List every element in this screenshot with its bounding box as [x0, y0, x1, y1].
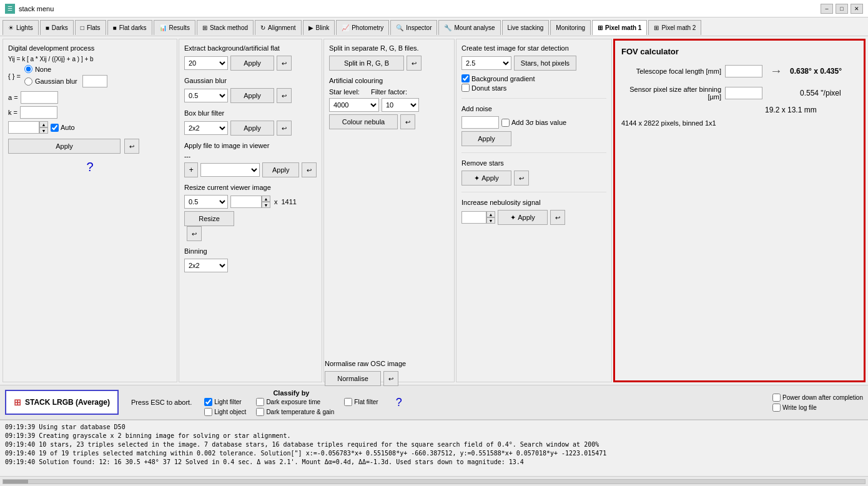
apply-file-apply[interactable]: Apply	[262, 162, 299, 177]
normalise-undo[interactable]: ↩	[383, 371, 398, 385]
none-radio[interactable]	[24, 65, 32, 73]
filter-factor-select[interactable]: 10	[382, 98, 419, 112]
write-log-checkbox[interactable]	[772, 404, 781, 412]
action-help[interactable]: ?	[396, 396, 402, 409]
dark-temp-label[interactable]: Dark temperature & gain	[256, 408, 334, 416]
tab-pixelmath2[interactable]: ⊞ Pixel math 2	[648, 20, 701, 35]
extract-bg-undo[interactable]: ↩	[277, 56, 292, 71]
neb-input[interactable]: 3	[461, 211, 486, 224]
binning-select[interactable]: 2x2	[184, 259, 228, 272]
fov-arrow: →	[770, 64, 782, 78]
gaussian-blur-select[interactable]: 0.5	[184, 89, 228, 102]
flat-filter-label[interactable]: Flat filter	[344, 398, 378, 406]
bg-gradient-checkbox[interactable]	[461, 74, 470, 82]
colour-selects-row: 4000 10	[329, 98, 449, 112]
neb-undo[interactable]: ↩	[550, 210, 565, 225]
power-down-checkbox[interactable]	[772, 394, 781, 402]
tab-stackmethod[interactable]: ⊞ Stack method	[197, 20, 254, 35]
resize-button[interactable]: Resize	[184, 211, 234, 226]
tab-pixelmath1[interactable]: ⊞ Pixel math 1	[592, 20, 647, 35]
tab-results[interactable]: 📊 Results	[154, 20, 195, 35]
tab-monitoring[interactable]: Monitoring	[550, 20, 591, 35]
remove-stars-undo[interactable]: ↩	[514, 171, 529, 186]
digital-dev-undo-button[interactable]: ↩	[124, 139, 139, 154]
fov-focal-input[interactable]: 1723	[725, 65, 762, 77]
fov-sensor-input[interactable]: 4.63	[725, 87, 762, 99]
light-filter-label[interactable]: Light filter	[204, 398, 246, 406]
box-blur-select[interactable]: 2x2	[184, 121, 228, 135]
light-object-checkbox[interactable]	[204, 408, 212, 416]
help-question[interactable]: ?	[8, 160, 172, 174]
increase-neb-apply[interactable]: ✦ Apply	[498, 210, 548, 225]
write-log-label[interactable]: Write log file	[772, 404, 863, 412]
tab-lights[interactable]: ☀ Lights	[2, 20, 39, 35]
tab-darks[interactable]: ■ Darks	[40, 20, 74, 35]
tab-flats[interactable]: □ Flats	[75, 20, 106, 35]
normalise-button[interactable]: Normalise	[325, 371, 381, 385]
tab-livestacking[interactable]: Live stacking	[502, 20, 550, 35]
flat-filter-checkbox[interactable]	[344, 398, 352, 406]
tab-photometry[interactable]: 📈 Photometry	[336, 20, 389, 35]
auto-checkbox[interactable]	[51, 124, 59, 132]
resize-input[interactable]: 2,072	[230, 196, 262, 208]
neb-spin-down[interactable]: ▼	[486, 217, 495, 224]
maximize-button[interactable]: □	[836, 4, 848, 14]
stack-button[interactable]: ⊞ STACK LRGB (Average)	[5, 390, 119, 415]
k-value-input[interactable]: 5	[20, 106, 57, 119]
box-blur-title: Box blur filter	[184, 109, 317, 117]
spin-up[interactable]: ▲	[39, 121, 48, 127]
apply-file-undo[interactable]: ↩	[302, 162, 317, 177]
gaussian-radio-label[interactable]: Gaussian blur 0.7	[24, 75, 107, 87]
gaussian-radio[interactable]	[24, 77, 32, 86]
extract-bg-select[interactable]: 20	[184, 56, 228, 70]
tab-blink[interactable]: ▶ Blink	[303, 20, 335, 35]
close-button[interactable]: ✕	[851, 4, 863, 14]
add-bias-label[interactable]: Add 3σ bias value	[501, 119, 566, 127]
auto-check-label[interactable]: Auto	[51, 124, 75, 132]
neb-spin-up[interactable]: ▲	[486, 211, 495, 217]
gaussian-value-input[interactable]: 0.7	[82, 75, 107, 87]
digital-dev-apply-button[interactable]: Apply	[8, 139, 121, 154]
spin-down[interactable]: ▼	[39, 127, 48, 134]
split-rgb-button[interactable]: Split in R, G, B	[329, 56, 404, 71]
donut-checkbox[interactable]	[461, 84, 470, 92]
increase-neb-title: Increase nebulosity signal	[461, 199, 606, 206]
dark-exposure-checkbox[interactable]	[256, 398, 264, 406]
colour-nebula-button[interactable]: Colour nebula	[329, 114, 398, 129]
add-noise-apply[interactable]: Apply	[461, 131, 511, 146]
scroll-track[interactable]	[2, 479, 866, 484]
tab-alignment[interactable]: ↻ Alignment	[255, 20, 301, 35]
extract-bg-apply[interactable]: Apply	[230, 56, 274, 71]
scroll-thumb[interactable]	[3, 480, 28, 484]
box-blur-apply[interactable]: Apply	[230, 121, 274, 136]
power-down-label[interactable]: Power down after completion	[772, 394, 863, 402]
apply-file-select[interactable]	[200, 163, 260, 177]
dark-exposure-label[interactable]: Dark exposure time	[256, 398, 334, 406]
gaussian-blur-apply[interactable]: Apply	[230, 88, 274, 103]
light-filter-checkbox[interactable]	[204, 398, 212, 406]
light-object-label[interactable]: Light object	[204, 408, 246, 416]
noise-input[interactable]: 0	[461, 116, 499, 129]
resize-select[interactable]: 0.5	[184, 195, 228, 209]
star-level-select[interactable]: 4000	[329, 98, 379, 112]
resize-spin-down[interactable]: ▼	[262, 202, 270, 208]
colour-nebula-undo[interactable]: ↩	[400, 114, 415, 129]
minimize-button[interactable]: –	[821, 4, 833, 14]
remove-stars-apply[interactable]: ✦ Apply	[461, 171, 511, 186]
split-rgb-undo[interactable]: ↩	[407, 56, 422, 71]
box-blur-undo[interactable]: ↩	[277, 121, 292, 136]
spin-input[interactable]: 0	[8, 121, 39, 134]
browse-button[interactable]: +	[184, 162, 198, 177]
tab-flatdarks[interactable]: ■ Flat darks	[107, 20, 152, 35]
none-radio-label[interactable]: None	[24, 65, 107, 73]
resize-undo[interactable]: ↩	[187, 226, 202, 241]
tab-mountanalyse[interactable]: 🔧 Mount analyse	[438, 20, 500, 35]
gaussian-blur-undo[interactable]: ↩	[277, 88, 292, 103]
add-bias-checkbox[interactable]	[501, 119, 510, 127]
dark-temp-checkbox[interactable]	[256, 408, 264, 416]
resize-spin-up[interactable]: ▲	[262, 196, 270, 202]
a-value-input[interactable]: 450	[21, 91, 58, 104]
create-test-select[interactable]: 2.5	[461, 56, 511, 70]
stars-hot-pixels-button[interactable]: Stars, hot pixels	[514, 56, 576, 71]
tab-inspector[interactable]: 🔍 Inspector	[390, 20, 437, 35]
